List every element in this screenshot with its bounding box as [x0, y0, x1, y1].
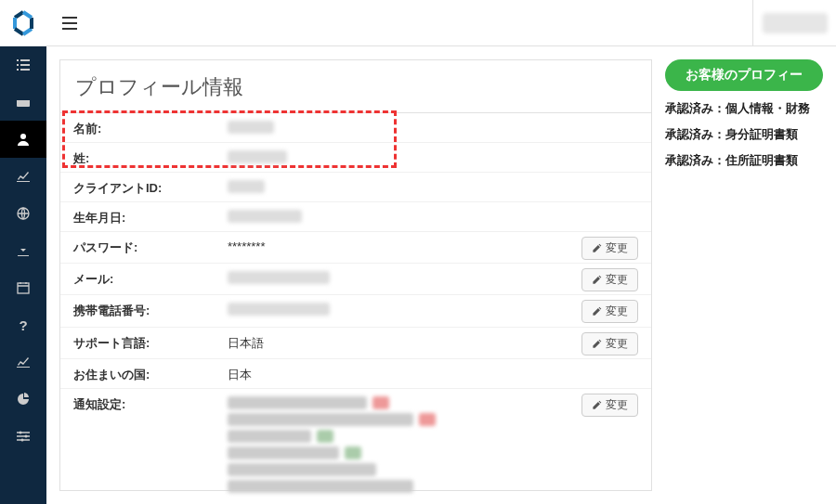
sidebar-item-download[interactable] [0, 232, 46, 269]
main: プロフィール情報 名前: 姓: クライアントID: [46, 0, 836, 504]
row-surname: 姓: [60, 143, 651, 173]
logo-icon [9, 9, 37, 37]
svg-rect-1 [20, 59, 30, 61]
value-surname [228, 148, 566, 166]
status-id: 承認済み：身分証明書類 [665, 126, 823, 143]
sidebar-item-help[interactable]: ? [0, 306, 46, 343]
label-name: 名前: [73, 118, 228, 137]
value-phone [228, 300, 566, 318]
svg-rect-14 [62, 17, 77, 19]
label-dob: 生年月日: [73, 207, 228, 226]
sidebar-item-wallet[interactable] [0, 84, 46, 121]
label-password: パスワード: [73, 237, 228, 256]
label-notif: 通知設定: [73, 394, 228, 413]
svg-point-8 [20, 134, 26, 139]
svg-rect-4 [17, 69, 19, 71]
value-lang: 日本語 [228, 332, 566, 352]
globe-icon [16, 206, 31, 221]
content: プロフィール情報 名前: 姓: クライアントID: [46, 46, 836, 504]
sidebar-item-profile[interactable] [0, 121, 46, 158]
row-password: パスワード: ******** 変更 [60, 232, 651, 264]
change-lang-button[interactable]: 変更 [581, 332, 638, 355]
svg-rect-5 [20, 69, 30, 71]
panel-title: プロフィール情報 [60, 60, 651, 113]
row-name: 名前: [60, 113, 651, 143]
sidebar-item-chart[interactable] [0, 158, 46, 195]
svg-point-13 [21, 439, 24, 442]
label-country: お住まいの国: [73, 364, 228, 383]
svg-rect-2 [17, 64, 19, 66]
change-label: 変更 [606, 240, 628, 256]
user-icon [16, 132, 31, 147]
row-phone: 携帯電話番号: 変更 [60, 295, 651, 327]
change-password-button[interactable]: 変更 [581, 237, 638, 260]
question-icon: ? [19, 317, 27, 333]
change-notif-button[interactable]: 変更 [581, 394, 638, 417]
change-email-button[interactable]: 変更 [581, 268, 638, 291]
download-icon [16, 243, 31, 258]
menu-toggle[interactable] [58, 11, 82, 35]
sidebar-item-calendar[interactable] [0, 269, 46, 306]
label-surname: 姓: [73, 148, 228, 167]
sidebar-item-chart2[interactable] [0, 343, 46, 381]
value-name [228, 118, 566, 136]
calendar-icon [16, 280, 31, 295]
list-icon [16, 58, 31, 72]
sidebar-item-globe[interactable] [0, 195, 46, 232]
change-phone-button[interactable]: 変更 [581, 300, 638, 323]
profile-panel: プロフィール情報 名前: 姓: クライアントID: [59, 59, 652, 491]
value-clientid [228, 177, 566, 196]
topbar-user[interactable] [752, 0, 836, 45]
label-clientid: クライアントID: [73, 177, 228, 197]
svg-rect-16 [62, 28, 77, 30]
row-clientid: クライアントID: [60, 173, 651, 202]
chart-line2-icon [16, 355, 31, 369]
edit-icon [592, 400, 602, 410]
row-notif: 通知設定: 変更 [60, 389, 651, 490]
label-email: メール: [73, 268, 228, 288]
value-notif [228, 394, 566, 493]
topbar [46, 0, 836, 46]
edit-icon [592, 275, 602, 285]
sidebar-item-pie[interactable] [0, 381, 46, 418]
right-column: お客様のプロフィー 承認済み：個人情報・財務 承認済み：身分証明書類 承認済み：… [665, 59, 823, 491]
row-country: お住まいの国: 日本 [60, 359, 651, 389]
change-label: 変更 [606, 397, 628, 413]
profile-status-button[interactable]: お客様のプロフィー [665, 59, 823, 91]
value-country: 日本 [228, 364, 566, 383]
row-lang: サポート言語: 日本語 変更 [60, 328, 651, 359]
pie-icon [16, 392, 31, 407]
row-email: メール: 変更 [60, 264, 651, 295]
svg-rect-0 [17, 59, 19, 61]
label-lang: サポート言語: [73, 332, 228, 352]
status-personal: 承認済み：個人情報・財務 [665, 100, 823, 117]
edit-icon [592, 306, 602, 317]
sidebar-item-list[interactable] [0, 46, 46, 84]
change-label: 変更 [606, 272, 628, 288]
label-phone: 携帯電話番号: [73, 300, 228, 319]
change-label: 変更 [606, 336, 628, 352]
value-password: ******** [228, 237, 566, 253]
svg-rect-15 [62, 22, 77, 24]
change-label: 変更 [606, 304, 628, 319]
sidebar-item-sliders[interactable] [0, 418, 46, 455]
wallet-icon [16, 95, 31, 110]
edit-icon [592, 339, 602, 349]
logo [0, 0, 46, 46]
value-email [228, 268, 566, 287]
svg-rect-7 [17, 97, 30, 100]
hamburger-icon [62, 17, 77, 30]
sidebar: ? [0, 0, 46, 504]
chart-line-icon [16, 169, 31, 184]
status-address: 承認済み：住所証明書類 [665, 152, 823, 169]
svg-point-11 [20, 432, 22, 434]
svg-rect-3 [20, 64, 30, 66]
svg-rect-10 [18, 283, 29, 293]
sliders-icon [16, 429, 31, 444]
row-dob: 生年月日: [60, 202, 651, 232]
value-dob [228, 207, 566, 226]
edit-icon [592, 243, 602, 253]
svg-point-12 [25, 435, 28, 438]
user-chip [763, 13, 828, 33]
